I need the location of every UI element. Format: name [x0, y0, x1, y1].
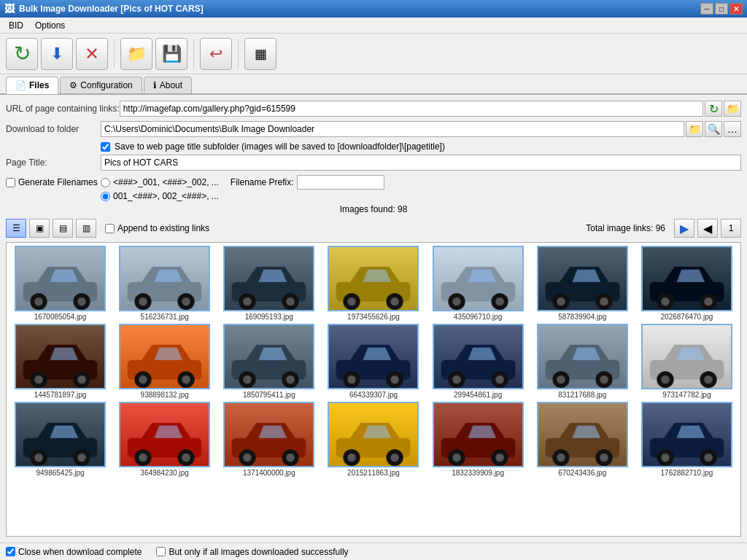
save-subfolder-label: Save to web page title subfolder (images…: [115, 141, 445, 152]
download-btn[interactable]: ⬇: [41, 38, 73, 70]
menu-options[interactable]: Options: [29, 19, 71, 32]
folder-btn[interactable]: 📁: [120, 38, 152, 70]
config-tab-icon: ⚙: [69, 80, 77, 90]
save-subfolder-checkbox[interactable]: [101, 142, 110, 152]
maximize-btn[interactable]: □: [715, 3, 728, 15]
image-filename: 435096710.jpg: [454, 313, 502, 321]
image-cell[interactable]: 2026876470.jpg: [636, 246, 738, 321]
generate-filenames-checkbox[interactable]: [6, 178, 15, 187]
image-cell[interactable]: 2015211863.jpg: [322, 402, 424, 477]
filename-option1-label: <###>_001, <###>_002, ...: [113, 177, 219, 187]
close-complete-label: Close when download complete: [18, 547, 142, 557]
titlebar-controls[interactable]: ─ □ ✕: [700, 3, 743, 15]
config-tab-label: Configuration: [80, 80, 132, 90]
url-row: URL of page containing links: ↻ 📁: [6, 101, 741, 117]
image-filename: 1445781897.jpg: [34, 391, 87, 399]
page-indicator-btn[interactable]: 1: [721, 219, 741, 238]
close-complete-checkbox[interactable]: [6, 547, 15, 556]
tab-files[interactable]: 📄 Files: [6, 77, 58, 94]
image-cell[interactable]: 1670085054.jpg: [9, 246, 111, 321]
download-queue-btn[interactable]: ▶: [674, 219, 694, 238]
url-folder-btn[interactable]: 📁: [724, 101, 741, 117]
image-cell[interactable]: 664339307.jpg: [322, 324, 424, 399]
filename-option2-radio[interactable]: [101, 192, 110, 201]
image-cell[interactable]: 435096710.jpg: [427, 246, 529, 321]
menu-bid[interactable]: BID: [3, 19, 29, 32]
image-cell[interactable]: 670243436.jpg: [532, 402, 633, 477]
image-cell[interactable]: 364984230.jpg: [114, 402, 215, 477]
image-filename: 831217688.jpg: [558, 391, 606, 399]
prev-page-btn[interactable]: ◀: [697, 219, 718, 238]
append-label-text: Append to existing links: [117, 223, 209, 233]
image-cell[interactable]: 1762882710.jpg: [636, 402, 738, 477]
total-links-text: Total image links: 96: [586, 223, 665, 233]
tab-about[interactable]: ℹ About: [144, 77, 192, 93]
app-icon: 🖼: [4, 3, 15, 15]
url-refresh-btn[interactable]: ↻: [705, 101, 722, 117]
toolbar-sep-1: [114, 39, 115, 69]
image-cell[interactable]: 1973455626.jpg: [322, 246, 424, 321]
image-cell[interactable]: 169095193.jpg: [218, 246, 320, 321]
undo-btn[interactable]: ↩: [200, 38, 232, 70]
image-cell[interactable]: 516236731.jpg: [114, 246, 215, 321]
only-if-success-checkbox[interactable]: [156, 547, 166, 556]
bottombar: Close when download complete But only if…: [0, 542, 747, 560]
image-filename: 1973455626.jpg: [347, 313, 400, 321]
image-filename: 516236731.jpg: [141, 313, 189, 321]
generate-filenames-label: Generate Filenames: [18, 177, 98, 187]
image-cell[interactable]: 299454861.jpg: [427, 324, 529, 399]
image-filename: 364984230.jpg: [141, 469, 189, 477]
image-cell[interactable]: 587839904.jpg: [532, 246, 633, 321]
cancel-btn[interactable]: ✕: [76, 38, 108, 70]
minimize-btn[interactable]: ─: [700, 3, 713, 15]
menubar: BID Options: [0, 18, 747, 34]
refresh-btn[interactable]: ↻: [6, 38, 38, 70]
filename-prefix-input[interactable]: [297, 175, 384, 190]
image-cell[interactable]: 1832339909.jpg: [427, 402, 529, 477]
image-cell[interactable]: 1371400000.jpg: [218, 402, 320, 477]
url-input[interactable]: [120, 101, 703, 117]
page-title-input[interactable]: [101, 155, 741, 171]
view-small-btn[interactable]: ▣: [29, 219, 50, 238]
image-cell[interactable]: 949865425.jpg: [9, 402, 111, 477]
image-cell[interactable]: 973147782.jpg: [636, 324, 738, 399]
filename-option1-radio[interactable]: [101, 178, 110, 187]
image-grid-container[interactable]: 1670085054.jpg516236731.jpg169095193.jpg…: [6, 242, 741, 537]
filename-opt1-row: <###>_001, <###>_002, ...: [101, 177, 219, 187]
view-medium-btn[interactable]: ▤: [53, 219, 73, 238]
grid-view-btn[interactable]: ▦: [244, 38, 276, 70]
download-folder-row: Download to folder 📁 🔍 …: [6, 121, 741, 137]
download-input[interactable]: [101, 121, 684, 137]
filename-opt2-row: 001_<###>, 002_<###>, ...: [6, 191, 741, 201]
image-filename: 2026876470.jpg: [661, 313, 713, 321]
only-if-success-row: But only if all images downloaded succes…: [156, 547, 348, 557]
main-panel: URL of page containing links: ↻ 📁 Downlo…: [0, 95, 747, 542]
image-filename: 169095193.jpg: [245, 313, 293, 321]
titlebar: 🖼 Bulk Image Downloader [Pics of HOT CAR…: [0, 0, 747, 18]
generate-filenames-row: Generate Filenames <###>_001, <###>_002,…: [6, 175, 741, 190]
images-found-text: Images found: 98: [340, 204, 408, 214]
image-cell[interactable]: 1445781897.jpg: [9, 324, 111, 399]
close-window-btn[interactable]: ✕: [729, 3, 743, 15]
download-folder-btn[interactable]: 📁: [686, 121, 703, 137]
image-filename: 664339307.jpg: [349, 391, 398, 399]
image-cell[interactable]: 938898132.jpg: [114, 324, 215, 399]
download-more-btn[interactable]: …: [724, 121, 741, 137]
image-cell[interactable]: 831217688.jpg: [532, 324, 633, 399]
grid-toolbar: ☰ ▣ ▤ ▥ Append to existing links Total i…: [6, 219, 741, 238]
app-title: Bulk Image Downloader [Pics of HOT CARS]: [19, 4, 204, 14]
page-title-label: Page Title:: [6, 158, 101, 168]
view-large-btn[interactable]: ▥: [76, 219, 96, 238]
toolbar: ↻ ⬇ ✕ 📁 💾 ↩ ▦: [0, 34, 747, 74]
download-search-btn[interactable]: 🔍: [705, 121, 722, 137]
toolbar-sep-2: [193, 39, 194, 69]
image-filename: 1832339909.jpg: [452, 469, 504, 477]
filename-opt2-option: 001_<###>, 002_<###>, ...: [101, 191, 219, 201]
append-checkbox[interactable]: [105, 224, 115, 233]
download-label: Download to folder: [6, 124, 101, 134]
image-cell[interactable]: 1850795411.jpg: [218, 324, 320, 399]
tab-configuration[interactable]: ⚙ Configuration: [60, 77, 142, 93]
filename-prefix-label: Filename Prefix:: [231, 177, 294, 187]
save-btn[interactable]: 💾: [155, 38, 187, 70]
view-details-btn[interactable]: ☰: [6, 219, 26, 238]
